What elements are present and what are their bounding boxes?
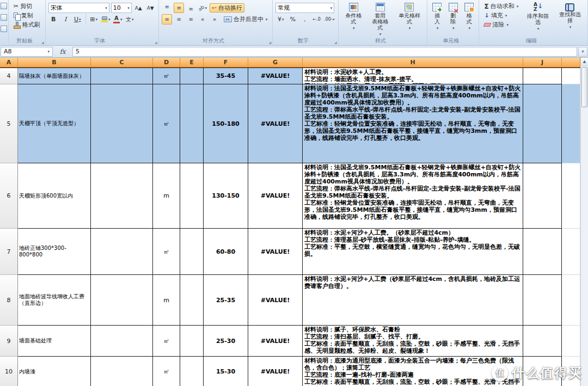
cell-d8[interactable]: m — [153, 275, 180, 326]
cell-e8[interactable] — [180, 275, 204, 326]
row-header-6[interactable]: 6 — [0, 163, 18, 229]
cell-h9[interactable]: 材料说明：腻子、环保胶水、石膏粉 工艺流程：清扫基层、刮腻子、找平、打磨。 工艺… — [303, 326, 523, 357]
cell-b5[interactable]: 天棚平顶（平顶无造型） — [18, 84, 91, 163]
column-header-b[interactable]: B — [18, 58, 91, 68]
decrease-decimal-button[interactable]: .00→ — [323, 14, 335, 24]
conditional-formatting-button[interactable]: 条件格式 ▾ — [341, 2, 366, 38]
cell-d9[interactable]: ㎡ — [153, 326, 180, 357]
cell-k9[interactable] — [562, 326, 580, 357]
cell-g7[interactable]: #VALUE! — [248, 229, 303, 275]
cell-e6[interactable] — [180, 163, 204, 229]
percent-style-button[interactable]: % — [287, 14, 298, 24]
row-header-7[interactable]: 7 — [0, 229, 18, 275]
column-header-f[interactable]: F — [204, 58, 248, 68]
cell-g9[interactable]: #VALUE! — [248, 326, 303, 357]
cell-k6[interactable] — [562, 163, 580, 229]
cell-c6[interactable] — [91, 163, 153, 229]
vertical-scrollbar[interactable]: ▲ — [580, 58, 588, 386]
borders-button[interactable]: ⊞▾ — [89, 14, 99, 24]
cell-f9[interactable]: 25-30 — [204, 326, 248, 357]
autosum-button[interactable]: Σ 自动求和 ▾ — [482, 2, 520, 11]
cell-b8[interactable]: 地面地砖波导线增收人工费（直形边） — [18, 275, 91, 326]
number-format-select[interactable]: 常规 ▾ — [275, 3, 334, 13]
cell-c7[interactable] — [91, 229, 153, 275]
cell-k5[interactable] — [562, 84, 580, 163]
fill-color-button[interactable]: ▾ — [101, 14, 111, 24]
font-name-select[interactable]: 宋体 ▾ — [48, 3, 109, 13]
shrink-font-button[interactable]: A▼ — [145, 3, 156, 13]
cell-b9[interactable]: 墙面基础处理 — [18, 326, 91, 357]
cell-f10[interactable]: 15-30 — [204, 357, 248, 386]
format-cells-button[interactable]: 格式 ▾ — [462, 2, 476, 38]
cell-d7[interactable]: ㎡ — [153, 229, 180, 275]
increase-indent-button[interactable]: » — [210, 14, 220, 24]
font-color-button[interactable]: A ▾ — [113, 14, 123, 24]
row-header-4[interactable]: 4 — [0, 68, 18, 84]
align-top-button[interactable]: ≡ — [162, 3, 172, 13]
column-header-g[interactable]: G — [248, 58, 303, 68]
format-painter-button[interactable]: 格式刷 — [11, 20, 42, 29]
column-header-j[interactable]: J — [523, 58, 562, 68]
cut-button[interactable]: ✂ 剪切 — [11, 2, 42, 11]
cell-j4[interactable] — [523, 68, 562, 84]
cell-h6[interactable]: 材料说明：法国圣戈班9.5MM纸面石膏板+轻钢龙骨+铁膨胀螺丝+自攻钉+防火涂料… — [303, 163, 523, 229]
name-box[interactable]: A8 ▾ — [1, 47, 53, 57]
column-header-a[interactable]: A — [0, 58, 18, 68]
merge-center-button[interactable]: ↔ 合并后居中 ▾ — [222, 15, 270, 24]
copy-button[interactable]: 复制 — [11, 11, 42, 20]
bold-button[interactable]: B — [48, 14, 59, 24]
expand-formula-bar-button[interactable]: ▾ — [578, 47, 587, 57]
scrollbar-thumb[interactable] — [581, 67, 587, 107]
cell-b10[interactable]: 内墙漆 — [18, 357, 91, 386]
accounting-format-button[interactable]: ¥▾ — [275, 14, 286, 24]
phonetic-button[interactable]: 文▾ — [125, 14, 135, 24]
cell-g4[interactable]: #VALUE! — [248, 68, 303, 84]
cell-c4[interactable] — [91, 68, 153, 84]
cell-e7[interactable] — [180, 229, 204, 275]
decrease-indent-button[interactable]: « — [198, 14, 208, 24]
row-header-10[interactable]: 10 — [0, 357, 18, 386]
scroll-up-button[interactable]: ▲ — [581, 58, 588, 66]
cell-g8[interactable]: #VALUE! — [248, 275, 303, 326]
align-center-button[interactable]: ≡ — [174, 14, 184, 24]
alignment-dialog-launcher[interactable]: ◢ — [269, 41, 272, 44]
delete-cells-button[interactable]: 删除 ▾ — [446, 2, 460, 38]
cell-f8[interactable]: 25-35 — [204, 275, 248, 326]
italic-button[interactable]: I — [60, 14, 71, 24]
sort-filter-button[interactable]: AZ↓ 排序和筛选 ▾ — [523, 2, 553, 38]
cell-b4[interactable]: 隔墙抹灰（单面墙面抹灰） — [18, 68, 91, 84]
cell-e9[interactable] — [180, 326, 204, 357]
cell-e10[interactable] — [180, 357, 204, 386]
cell-h5[interactable]: 材料说明：法国圣戈班9.5MM纸面石膏板+轻钢龙骨+铁膨胀螺丝+自攻钉+防火涂料… — [303, 84, 523, 163]
format-as-table-button[interactable]: 套用 表格格式 ▾ — [368, 2, 393, 38]
grow-font-button[interactable]: A▲ — [133, 3, 144, 13]
cell-j7[interactable] — [523, 229, 562, 275]
number-dialog-launcher[interactable]: ◢ — [334, 41, 337, 44]
wrap-text-button[interactable]: ↩ 自动换行 — [210, 3, 244, 13]
orientation-button[interactable]: ab▾ — [198, 3, 208, 13]
cell-f6[interactable]: 130-150 — [204, 163, 248, 229]
cell-g5[interactable]: #VALUE! — [248, 84, 303, 163]
column-header-partial[interactable] — [562, 58, 580, 68]
row-header-9[interactable]: 9 — [0, 326, 18, 357]
cell-j6[interactable] — [523, 163, 562, 229]
cell-c8[interactable] — [91, 275, 153, 326]
cell-k4[interactable] — [562, 68, 580, 84]
align-middle-button[interactable]: ≡ — [174, 3, 184, 13]
font-size-select[interactable]: 10 ▾ — [111, 3, 132, 13]
find-select-button[interactable]: 查找和选择 ▾ — [555, 2, 585, 38]
cell-k8[interactable] — [562, 275, 580, 326]
formula-input[interactable]: 5 — [72, 47, 577, 57]
cell-e5[interactable] — [180, 84, 204, 163]
increase-decimal-button[interactable]: ←.0 — [311, 14, 322, 24]
clipboard-dialog-launcher[interactable]: ◢ — [41, 41, 44, 44]
fill-button[interactable]: ↓ 填充 ▾ — [482, 11, 520, 20]
clear-button[interactable]: 清除 ▾ — [482, 20, 520, 29]
column-header-e[interactable]: E — [180, 58, 204, 68]
cell-e4[interactable] — [180, 68, 204, 84]
cell-d6[interactable]: m — [153, 163, 180, 229]
row-header-5[interactable]: 5 — [0, 84, 18, 163]
column-header-h[interactable]: H — [303, 58, 523, 68]
cell-j8[interactable] — [523, 275, 562, 326]
cell-j5[interactable] — [523, 84, 562, 163]
